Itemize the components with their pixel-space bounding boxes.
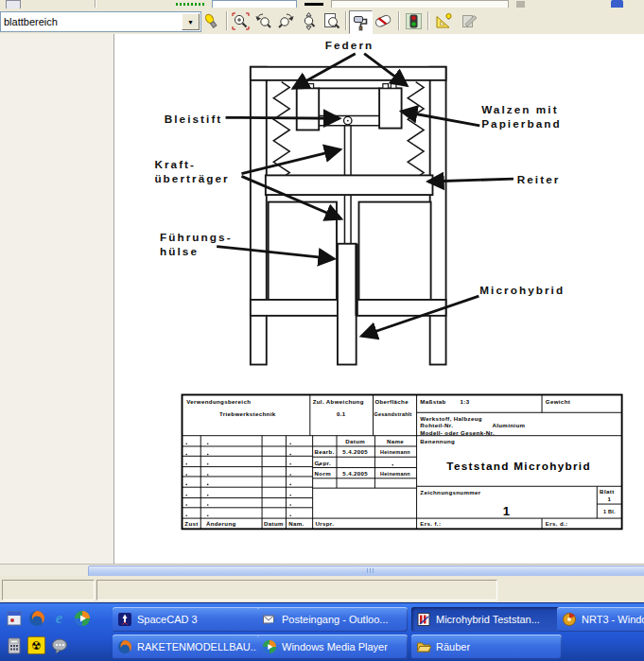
row-gepr-label: Gepr. <box>315 460 331 466</box>
taskbar: e ☢ <box>0 602 644 661</box>
folder-icon <box>416 639 431 654</box>
ers-f-label: Ers. f.: <box>420 520 441 527</box>
radiation-icon: ☢ <box>27 636 45 654</box>
row-norm-label: Norm <box>315 470 332 477</box>
sheet-area-combobox[interactable]: blattbereich ▼ <box>0 11 201 32</box>
label-walzen-2: Papierband <box>481 117 562 130</box>
taskbar-button-mediaplayer[interactable]: Windows Media Player <box>257 635 408 659</box>
scrollbar-grip-icon <box>367 568 374 573</box>
taskbar-button-label: RAKETENMODELLBAU... <box>137 641 257 652</box>
setsquare-icon <box>434 12 454 30</box>
toolbar-separator <box>95 0 96 8</box>
zoom-window-icon <box>232 12 250 30</box>
row-bearb-name: Heinemann <box>380 449 410 455</box>
cad-drawing-icon <box>416 612 431 627</box>
reiter-bar <box>266 175 433 195</box>
label-kraft-2: überträger <box>154 172 229 184</box>
taskbar-button-raketenmodellbau[interactable]: RAKETENMODELLBAU... <box>113 635 262 659</box>
quicklaunch-messenger-button[interactable] <box>49 635 69 655</box>
quicklaunch-firefox-button[interactable] <box>26 608 46 628</box>
quicklaunch-ie-button[interactable]: e <box>49 608 69 628</box>
toolbar-separator <box>398 11 400 30</box>
quicklaunch-calculator-button[interactable] <box>4 635 24 655</box>
row-norm-name: Heinemann <box>380 471 410 477</box>
plot-disabled-button <box>460 10 481 32</box>
oberflaeche-value: Gesandstrahlt <box>374 411 411 417</box>
taskbar-button-label: Posteingang - Outloo... <box>282 614 389 625</box>
left-post <box>251 67 267 365</box>
teststand-structure <box>251 67 446 365</box>
zoom-toolbar: blattbereich ▼ <box>0 9 644 35</box>
row-bearb-datum: 5.4.2005 <box>342 448 368 455</box>
zoom-next-icon <box>277 12 295 30</box>
paint-roller-button[interactable] <box>349 10 373 34</box>
blatt-value: 1 <box>608 496 612 502</box>
quicklaunch-mediaplayer-button[interactable] <box>72 608 92 628</box>
blatt-count: 1 Bl. <box>603 509 616 514</box>
taskbar-button-spacecad[interactable]: SpaceCAD 3 <box>113 607 262 632</box>
combobox-value: blattbereich <box>1 16 182 27</box>
blatt-label: Blatt <box>600 488 614 495</box>
top-beam <box>251 67 446 80</box>
setsquare-button[interactable] <box>433 10 455 32</box>
quicklaunch-app-button[interactable] <box>4 608 24 628</box>
zeichnungsnummer-label: Zeichnungsnummer <box>420 489 481 496</box>
gewicht-label: Gewicht <box>546 398 570 405</box>
application-window: blattbereich ▼ <box>0 0 644 661</box>
massstab-value: 1:3 <box>461 398 470 405</box>
taskbar-button-nrt3[interactable]: NRT3 - Windo... <box>557 607 644 632</box>
status-bar <box>0 576 644 602</box>
zust-label: Zust <box>184 520 198 527</box>
rohteil-label: Rohteil-Nr. <box>420 422 453 428</box>
leader-bleistift <box>226 117 339 118</box>
label-fuehrung-2: hülse <box>160 245 199 257</box>
zoom-previous-button[interactable] <box>252 10 274 32</box>
taskbar-button-outlook[interactable]: Posteingang - Outloo... <box>257 607 408 632</box>
label-reiter: Reiter <box>517 173 561 185</box>
zoom-next-button[interactable] <box>275 10 297 32</box>
quicklaunch-radiation-button[interactable]: ☢ <box>26 635 46 655</box>
zeichnungsnummer-value: 1 <box>503 504 510 518</box>
partial-icon <box>516 1 525 8</box>
app-icon <box>6 610 23 627</box>
zoom-dynamic-icon <box>300 12 318 30</box>
traffic-light-button[interactable] <box>403 10 425 32</box>
chevron-down-icon: ▼ <box>187 19 194 26</box>
right-post <box>430 67 446 365</box>
label-microhybrid: Microhybrid <box>479 284 565 296</box>
row-norm-datum: 5.4.2005 <box>342 470 368 477</box>
drawing-canvas[interactable]: Federn Bleistift Walzen mit Papierband K… <box>0 34 644 564</box>
eraser-button[interactable] <box>373 10 394 32</box>
taskbar-button-raeuber[interactable]: Räuber <box>411 635 562 659</box>
toolbar-separator <box>226 11 228 30</box>
lamp-icon <box>202 12 220 30</box>
taskbar-button-label: Räuber <box>436 641 470 652</box>
linestyle-dots <box>176 3 206 6</box>
internet-explorer-icon: e <box>56 609 63 628</box>
linewidth-sample <box>305 3 323 6</box>
spacecad-icon <box>117 612 132 627</box>
horizontal-scrollbar[interactable] <box>0 564 644 577</box>
ers-d-label: Ers. d.: <box>546 520 568 527</box>
verwendungsbereich-label: Verwendungsbereich <box>186 398 251 405</box>
taskbar-button-microhybrid-active[interactable]: Microhybrid Teststan... <box>411 607 562 632</box>
plot-disabled-icon <box>461 12 480 30</box>
media-player-icon <box>74 610 91 627</box>
left-roller <box>297 88 319 130</box>
nam-label: Nam. <box>288 520 304 527</box>
combobox-dropdown-button[interactable]: ▼ <box>182 13 200 30</box>
massstab-label: Maßstab <box>420 398 445 405</box>
zoom-dynamic-button[interactable] <box>298 10 320 32</box>
partial-icon <box>6 0 21 9</box>
partial-icon <box>611 0 623 8</box>
aenderung-label: Änderung <box>206 520 236 527</box>
zoom-sheet-button[interactable] <box>321 10 342 32</box>
datum-bottom-label: Datum <box>264 520 284 527</box>
lamp-button[interactable] <box>200 10 222 32</box>
pencil-dot <box>347 120 349 122</box>
label-kraft-1: Kraft- <box>154 158 196 170</box>
toolbar-separator <box>345 11 347 30</box>
urspr-label: Urspr. <box>315 520 334 527</box>
zoom-window-button[interactable] <box>230 10 252 32</box>
right-inner-box <box>358 202 430 300</box>
